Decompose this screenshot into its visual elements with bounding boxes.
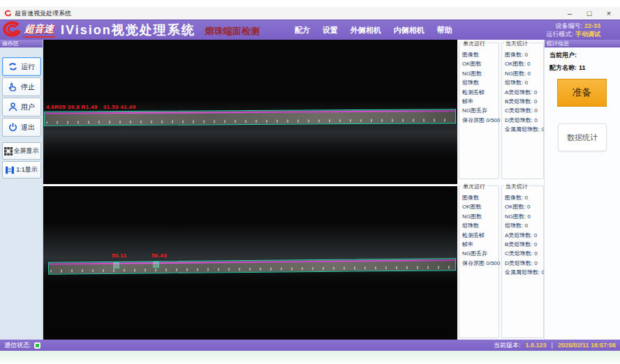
comm-status-label: 通信状态: [4, 341, 31, 350]
main-menu: 配方 设置 外侧相机 内侧相机 帮助 [295, 25, 452, 36]
desktop-strip [0, 351, 620, 364]
recipe-name-value: 11 [579, 64, 586, 71]
stat-row: 图像数: 0 [505, 50, 543, 59]
one-to-one-icon [5, 166, 15, 174]
stat-row: 帧率 [462, 97, 499, 106]
stop-button-label: 停止 [21, 82, 35, 92]
single-run-title: 单次运行 [462, 40, 487, 47]
camera-top-strip-roi [44, 109, 456, 126]
fullscreen-button-label: 全屏显示 [14, 146, 39, 156]
datetime: 2025/02/11 16:57:56 [558, 342, 616, 349]
status-bar: 通信状态: 当前版本: 1.0.123 | 2025/02/11 16:57:5… [0, 340, 620, 351]
brand-name: 超音速 [23, 23, 55, 38]
run-mode-label: 运行模式: [546, 31, 573, 38]
stats-section-top: 单次运行 图像数 OK图数 NG图数 熔珠数 检测丢帧 帧率 NG图丢弃 保存原… [457, 40, 544, 181]
hand-stop-icon [8, 82, 18, 92]
camera-bottom-strip-roi [48, 258, 456, 275]
user-icon [8, 102, 18, 112]
fullscreen-button[interactable]: 全屏显示 [2, 142, 41, 160]
stat-row: NG图丢弃 [462, 249, 499, 258]
stat-row: B类熔珠数: 0 [505, 97, 543, 106]
operation-sidebar: 操作区 运行 停止 [0, 40, 43, 340]
stat-row: C类熔珠数: 0 [505, 106, 543, 115]
os-titlebar: 超音速视觉处理系统 – □ × [0, 7, 620, 20]
stat-row: OK图数 [462, 59, 499, 68]
camera-view-top: 4.6R05 39.8 R1.49 31.53 41.49 [43, 40, 457, 184]
camera-top-measurement-text: 4.6R05 39.8 R1.49 31.53 41.49 [46, 104, 136, 110]
run-mode-value: 手动调试 [575, 31, 600, 38]
menu-help[interactable]: 帮助 [437, 25, 452, 36]
power-icon [8, 122, 18, 132]
menu-outer-camera[interactable]: 外侧相机 [350, 25, 381, 36]
one-to-one-button-label: 1:1显示 [16, 165, 38, 174]
device-number-label: 设备编号: [555, 22, 582, 29]
stat-row: OK图数: 0 [505, 59, 543, 68]
stat-row: 图像数 [462, 50, 499, 59]
app-title: IVision视觉处理系统 [61, 22, 195, 38]
stat-row: 保存原图 0/500 [462, 259, 499, 268]
stat-row: 熔珠数 [462, 78, 499, 87]
daily-stats-groupbox: 当天统计 图像数: 0 OK图数: 0 NG图数: 0 熔珠数: 0 A类熔珠数… [501, 185, 544, 338]
app-header: 超音速 IVision视觉处理系统 熔珠端面检测 配方 设置 外侧相机 内侧相机… [0, 20, 620, 40]
daily-stats-title: 当天统计 [504, 40, 529, 47]
stat-row: NG图丢弃 [462, 106, 499, 115]
stat-row: NG图数 [462, 212, 499, 221]
one-to-one-button[interactable]: 1:1显示 [2, 161, 41, 179]
menu-settings[interactable]: 设置 [323, 25, 338, 36]
statistics-info-panel: 统计信息 当前用户: 配方名称:11 准备 数据统计 [544, 40, 620, 340]
app-logo-icon [4, 10, 12, 17]
stats-section-bottom: 单次运行 图像数 OK图数 NG图数 熔珠数 检测丢帧 帧率 NG图丢弃 保存原… [457, 183, 544, 340]
stat-row: 检测丢帧 [462, 88, 499, 97]
user-button-label: 用户 [21, 103, 35, 112]
stat-row: C类熔珠数: 0 [505, 249, 543, 258]
single-run-groupbox: 单次运行 图像数 OK图数 NG图数 熔珠数 检测丢帧 帧率 NG图丢弃 保存原… [459, 185, 499, 338]
stat-row: 熔珠数: 0 [505, 78, 543, 87]
stat-row: A类熔珠数: 0 [505, 88, 543, 97]
device-info: 设备编号:22-33 运行模式:手动调试 [546, 22, 600, 38]
app-window: 超音速视觉处理系统 – □ × 超音速 IVision视觉处理系统 熔珠端面检测… [0, 0, 620, 364]
brand-swirl-icon [1, 21, 22, 39]
stat-row: NG图数: 0 [505, 212, 543, 221]
stat-row: 保存原图 0/500 [462, 116, 499, 125]
run-icon [8, 61, 18, 72]
camera-bottom-measurement-1: 53.11 [112, 252, 127, 259]
fullscreen-icon [4, 147, 13, 156]
menu-inner-camera[interactable]: 内侧相机 [394, 25, 425, 36]
prepare-button[interactable]: 准备 [557, 79, 607, 107]
stat-row: D类熔珠数: 0 [505, 116, 543, 125]
run-button-label: 运行 [21, 62, 35, 72]
stat-row: OK图数: 0 [505, 202, 543, 211]
menu-recipe[interactable]: 配方 [295, 25, 310, 36]
stat-row: OK图数 [462, 202, 499, 211]
device-number-value: 22-33 [584, 22, 600, 29]
stat-row: 帧率 [462, 240, 499, 249]
stat-row: NG图数: 0 [505, 69, 543, 78]
current-user-label: 当前用户: [549, 52, 577, 59]
exit-button-label: 退出 [21, 123, 35, 132]
stat-row: B类熔珠数: 0 [505, 240, 543, 249]
stat-row: 图像数: 0 [505, 193, 543, 202]
recipe-name-label: 配方名称: [549, 64, 577, 71]
close-icon[interactable]: × [599, 7, 619, 20]
exit-button[interactable]: 退出 [2, 118, 41, 137]
camera-view-bottom: 53.11 56.43 [43, 186, 457, 340]
user-button[interactable]: 用户 [2, 98, 41, 116]
stop-button[interactable]: 停止 [2, 77, 41, 96]
stat-row: 金属屑熔珠数: 0 [505, 125, 543, 134]
sidebar-title: 操作区 [0, 40, 43, 47]
stat-row: 熔珠数: 0 [505, 221, 543, 230]
daily-stats-title: 当天统计 [504, 183, 529, 190]
single-run-groupbox: 单次运行 图像数 OK图数 NG图数 熔珠数 检测丢帧 帧率 NG图丢弃 保存原… [459, 43, 499, 179]
stat-row: D类熔珠数: 0 [505, 259, 543, 268]
single-run-title: 单次运行 [462, 183, 487, 190]
stat-row: A类熔珠数: 0 [505, 231, 543, 240]
maximize-icon[interactable]: □ [580, 7, 599, 20]
data-statistics-button[interactable]: 数据统计 [558, 123, 607, 151]
minimize-icon[interactable]: – [560, 7, 580, 20]
run-button[interactable]: 运行 [2, 57, 41, 76]
stat-row: NG图数 [462, 69, 499, 78]
window-title: 超音速视觉处理系统 [15, 9, 71, 18]
stat-row: 熔珠数 [462, 221, 499, 230]
stat-row: 检测丢帧 [462, 231, 499, 240]
camera-bottom-measurement-2: 56.43 [152, 252, 167, 259]
